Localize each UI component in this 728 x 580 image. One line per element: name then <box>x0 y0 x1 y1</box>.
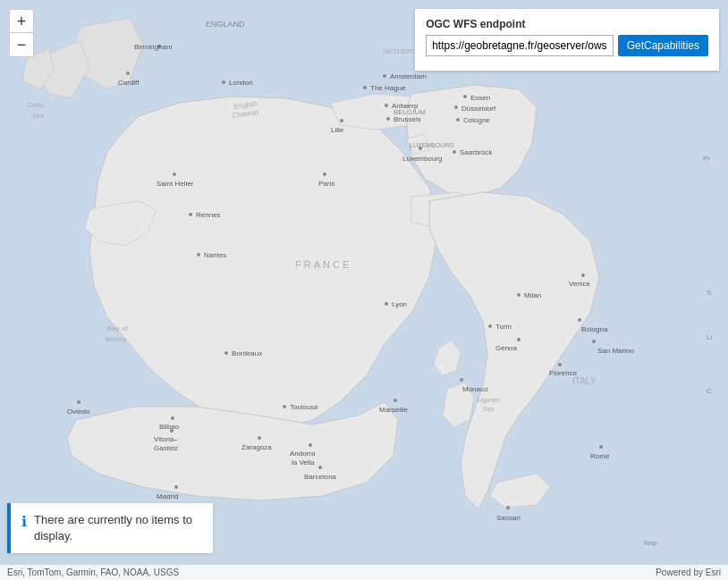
svg-point-76 <box>258 436 261 440</box>
svg-text:Vitoria–: Vitoria– <box>154 435 179 443</box>
svg-text:S: S <box>707 289 711 297</box>
svg-point-46 <box>394 399 397 402</box>
svg-text:San Marino: San Marino <box>597 347 634 355</box>
map-container: ENGLAND FRANCE BELGIUM LUXEMBOURG ITALY … <box>0 0 728 580</box>
svg-point-6 <box>383 74 386 78</box>
svg-text:LUXEMBOURG: LUXEMBOURG <box>410 142 454 148</box>
svg-text:Rennes: Rennes <box>196 211 221 219</box>
get-capabilities-button[interactable]: GetCapabilities <box>618 35 708 56</box>
svg-point-73 <box>170 429 174 433</box>
svg-point-69 <box>77 400 80 404</box>
svg-text:The Hague: The Hague <box>370 84 406 92</box>
svg-text:Sea: Sea <box>483 406 495 412</box>
svg-text:Birmingham: Birmingham <box>134 43 173 51</box>
attribution-bar: Esri, TomTom, Garmin, FAO, NOAA, USGS Po… <box>0 565 728 580</box>
info-icon: ℹ <box>21 513 27 530</box>
svg-text:Cardiff: Cardiff <box>118 79 140 87</box>
ogc-endpoint-input[interactable] <box>426 35 614 56</box>
zoom-in-button[interactable]: + <box>10 10 33 33</box>
svg-text:Ligurian: Ligurian <box>478 397 500 404</box>
attribution-left: Esri, TomTom, Garmin, FAO, NOAA, USGS <box>7 567 179 577</box>
svg-text:ITALY: ITALY <box>572 376 597 386</box>
svg-point-80 <box>174 485 178 489</box>
svg-text:Monaco: Monaco <box>462 385 488 393</box>
svg-point-42 <box>224 351 228 355</box>
info-panel: ℹ There are currently no items to displa… <box>7 503 213 553</box>
svg-text:la Vella: la Vella <box>292 458 315 467</box>
svg-point-34 <box>173 172 176 176</box>
svg-point-20 <box>456 118 460 122</box>
svg-point-40 <box>385 302 388 306</box>
svg-point-28 <box>323 172 326 176</box>
svg-point-82 <box>506 506 510 509</box>
svg-text:Bay of: Bay of <box>107 324 128 332</box>
svg-text:Saarbrück: Saarbrück <box>460 148 493 156</box>
svg-point-36 <box>189 213 192 216</box>
svg-point-22 <box>385 104 388 107</box>
svg-text:Florence: Florence <box>549 369 578 377</box>
svg-text:Biscay: Biscay <box>106 335 127 343</box>
svg-text:Toulouse: Toulouse <box>290 403 319 411</box>
svg-point-30 <box>453 150 456 154</box>
svg-point-44 <box>283 405 286 408</box>
ogc-label: OGC WFS endpoint <box>426 18 708 30</box>
svg-point-67 <box>599 445 603 449</box>
svg-point-61 <box>558 363 562 366</box>
svg-text:Nantes: Nantes <box>204 251 226 259</box>
svg-point-16 <box>463 95 467 98</box>
svg-text:Rome: Rome <box>590 452 610 460</box>
svg-text:Zaragoza: Zaragoza <box>241 443 272 451</box>
svg-text:Lyon: Lyon <box>392 300 407 308</box>
svg-text:Antwerp: Antwerp <box>392 102 419 110</box>
svg-text:Milan: Milan <box>524 291 541 299</box>
svg-text:Bordeaux: Bordeaux <box>232 349 262 357</box>
svg-text:Bologna: Bologna <box>581 325 608 333</box>
svg-text:Düsseldorf: Düsseldorf <box>461 105 496 113</box>
svg-text:Celtic: Celtic <box>27 101 45 109</box>
zoom-controls: + − <box>9 9 34 57</box>
svg-point-65 <box>592 340 596 343</box>
info-message: There are currently no items to display. <box>34 512 202 544</box>
svg-text:Lille: Lille <box>331 126 344 134</box>
svg-point-55 <box>517 293 521 297</box>
svg-text:C: C <box>707 387 712 395</box>
svg-point-53 <box>488 324 492 328</box>
svg-text:Li: Li <box>707 333 712 341</box>
svg-text:Gasteiz: Gasteiz <box>154 444 178 452</box>
svg-point-38 <box>197 253 200 256</box>
svg-text:Essen: Essen <box>470 94 490 102</box>
svg-point-18 <box>454 105 458 109</box>
svg-text:Oviedo: Oviedo <box>67 408 90 416</box>
svg-point-14 <box>222 80 225 84</box>
svg-text:FRANCE: FRANCE <box>295 259 351 270</box>
svg-point-32 <box>419 147 422 150</box>
svg-point-48 <box>460 378 463 382</box>
ogc-panel: OGC WFS endpoint GetCapabilities <box>415 9 719 71</box>
attribution-right: Powered by Esri <box>656 567 721 577</box>
svg-text:Marseille: Marseille <box>379 406 409 414</box>
svg-text:London: London <box>229 79 253 87</box>
zoom-out-button[interactable]: − <box>10 33 33 56</box>
svg-point-63 <box>578 318 581 322</box>
svg-text:Andorra: Andorra <box>290 450 316 458</box>
svg-text:Paris: Paris <box>318 180 334 188</box>
svg-text:Bilbao: Bilbao <box>159 423 180 431</box>
svg-text:Cologne: Cologne <box>463 116 490 124</box>
svg-text:Amsterdam: Amsterdam <box>390 72 427 80</box>
svg-point-57 <box>581 273 585 277</box>
map-svg: ENGLAND FRANCE BELGIUM LUXEMBOURG ITALY … <box>0 0 728 580</box>
svg-point-26 <box>340 119 343 122</box>
svg-point-8 <box>363 86 367 89</box>
svg-text:Saint Helier: Saint Helier <box>157 180 194 188</box>
svg-text:Barcelona: Barcelona <box>304 473 337 481</box>
svg-text:Pr: Pr <box>703 155 710 163</box>
svg-point-12 <box>126 71 130 75</box>
svg-text:Genoa: Genoa <box>495 344 518 352</box>
svg-point-24 <box>386 117 390 121</box>
svg-point-59 <box>517 338 521 341</box>
svg-text:Luxembourg: Luxembourg <box>402 155 442 163</box>
svg-text:Turin: Turin <box>495 323 512 331</box>
svg-text:Sassari: Sassari <box>496 514 521 522</box>
svg-point-78 <box>318 466 322 469</box>
svg-point-50 <box>309 443 312 447</box>
